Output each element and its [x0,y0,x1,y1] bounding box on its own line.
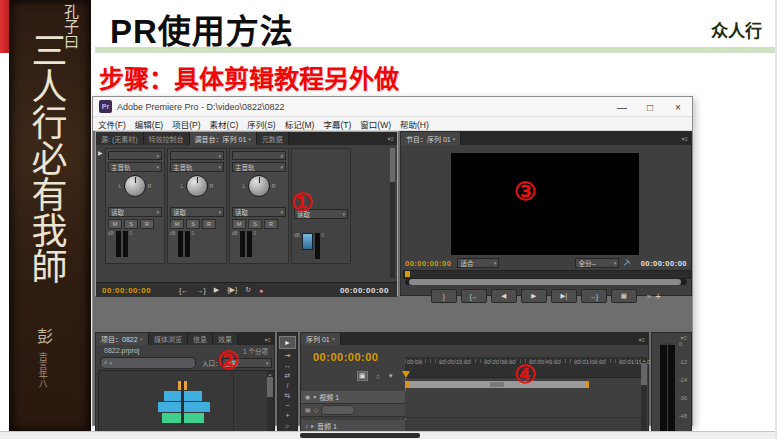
tab-project[interactable]: 项目：0822 × [96,333,149,345]
program-scrollbar[interactable] [405,279,687,285]
marker-lamp-icon[interactable]: ○ [376,373,380,380]
solo-button[interactable]: S [124,219,138,229]
play-icon[interactable]: ▶ [214,286,219,294]
goto-in-icon[interactable]: {← [179,287,188,294]
record-icon[interactable]: ● [259,287,263,294]
bin-scrollbar[interactable]: ▴ ▾ [267,371,273,439]
eye-icon[interactable]: ◉ [305,394,310,400]
tab-sequence-01[interactable]: 序列 01 × [301,333,341,345]
search-input[interactable]: ⌕ ▾ [100,357,196,369]
mute-button[interactable]: M [232,219,246,229]
chevron-down-icon[interactable]: ▾ [248,136,251,142]
mute-button[interactable]: M [170,219,184,229]
add-marker-icon[interactable]: ▼ [388,373,394,379]
mute-button[interactable]: M [108,219,122,229]
panel-menu-icon[interactable]: ▾≡ [635,333,648,345]
output-track-dropdown[interactable]: 主音轨▾ [170,162,224,172]
snap-icon[interactable]: ▣ [357,371,368,381]
export-frame-button[interactable]: ▦ [611,289,637,303]
record-arm-button[interactable]: R [140,219,154,229]
maximize-button[interactable]: □ [644,102,656,113]
program-time-ruler[interactable] [403,270,691,279]
close-tab-icon[interactable]: × [140,336,144,342]
program-video-preview[interactable] [451,153,639,255]
minimize-button[interactable]: — [616,102,628,113]
resolution-dropdown[interactable]: 全分─▾ [575,258,619,268]
automation-dropdown[interactable]: 读取▾ [170,207,224,217]
selection-tool-icon[interactable]: ► [279,336,296,349]
pen-tool-icon[interactable]: ~ [285,402,289,409]
video1-track-header[interactable]: ◉ ▾ 视频 1 [301,391,405,404]
menu-clip[interactable]: 素材(C) [210,118,239,130]
ripple-edit-tool-icon[interactable]: ↔ [284,362,291,369]
video1-lane-lower[interactable] [405,404,642,418]
goto-out-icon[interactable]: →} [196,287,205,294]
zoom-tool-icon[interactable]: ⌕ [286,422,290,429]
panel-menu-icon[interactable]: ▾≡ [261,333,274,345]
program-playhead[interactable] [405,271,410,277]
panel-menu-icon[interactable]: ▾≡ [677,334,690,341]
step-back-button[interactable]: ◀ [491,289,517,303]
tab-media-browser[interactable]: 媒体浏览 [149,333,188,345]
mixer-timecode-current[interactable]: 00:00:00:00 [102,286,151,295]
effect-slot-dropdown[interactable]: ▾ [232,151,286,160]
menu-edit[interactable]: 编辑(E) [135,118,163,130]
collapse-track-icon[interactable]: ▾ [313,394,316,400]
fader-track[interactable] [240,231,245,257]
mixer-scrollbar[interactable] [390,148,395,278]
timeline-playhead[interactable] [402,371,410,378]
chevron-down-icon[interactable]: ▾ [453,136,456,142]
solo-button[interactable]: S [248,219,262,229]
menu-window[interactable]: 窗口(W) [360,118,391,130]
work-area-bar[interactable] [405,381,589,388]
menu-sequence[interactable]: 序列(S) [247,118,275,130]
panel-menu-icon[interactable]: ▾≡ [678,132,691,145]
timeline-vscrollbar[interactable]: ▴ ▾ [641,357,647,439]
project-file-name[interactable]: 0822.prproj [104,347,139,354]
automation-dropdown[interactable]: 读取▾ [232,207,286,217]
fader-track[interactable] [178,231,183,257]
goto-out-button[interactable]: →} [581,289,607,303]
rolling-edit-tool-icon[interactable]: ⇄ [285,372,291,379]
tab-metadata[interactable]: 元数据 [257,132,289,145]
tab-audio-mixer[interactable]: 调音台：序列 01 ▾ [190,132,257,145]
close-tab-icon[interactable]: × [332,336,336,342]
pan-knob[interactable] [124,175,146,197]
master-fader-handle[interactable] [302,233,313,250]
razor-tool-icon[interactable]: / [287,382,289,389]
panel-menu-icon[interactable]: ▾≡ [384,132,397,145]
close-button[interactable]: × [672,102,684,113]
effect-slot-dropdown[interactable]: ▾ [170,151,224,160]
menu-file[interactable]: 文件(F) [98,118,126,130]
tab-effects[interactable]: 效果 [213,333,238,345]
record-arm-button[interactable]: R [264,219,278,229]
video1-options-row[interactable]: ▤ ◇ [301,404,405,417]
output-track-dropdown[interactable]: 主音轨▾ [232,162,286,172]
track-select-tool-icon[interactable]: ⇥ [285,352,291,359]
slip-tool-icon[interactable]: ⇆ [285,392,291,399]
menu-project[interactable]: 项目(P) [172,118,200,130]
tab-effect-controls[interactable]: 特效控制台 [144,132,190,145]
expand-track-icon[interactable]: ▸ [311,423,314,429]
effect-slot-dropdown[interactable]: ▾ [108,151,162,160]
mark-out-button[interactable]: } [431,289,457,303]
expand-arrow-icon[interactable]: ▶ [98,149,103,156]
keyframe-icon[interactable]: ◇ [314,407,319,413]
sequence-item[interactable] [151,381,213,431]
tab-info[interactable]: 信息 [188,333,213,345]
step-forward-button[interactable]: ▶| [551,289,577,303]
tab-source[interactable]: 源: (无素材) [96,132,144,145]
pan-knob[interactable] [248,175,270,197]
output-track-dropdown[interactable]: 主音轨▾ [108,162,162,172]
fit-dropdown[interactable]: 适合▾ [457,258,499,268]
pan-knob[interactable] [186,175,208,197]
fader-track[interactable] [116,231,121,257]
automation-dropdown[interactable]: 读取▾ [108,207,162,217]
video1-lane[interactable] [405,391,642,405]
play-in-out-icon[interactable]: {▶} [227,286,237,294]
project-bin-area[interactable]: ▴ ▾ [98,370,274,439]
more-buttons-icon[interactable]: » [647,292,651,301]
hand-tool-icon[interactable]: + [285,412,289,419]
menu-title[interactable]: 字幕(T) [323,118,351,130]
loop-icon[interactable]: ↻ [245,286,251,294]
